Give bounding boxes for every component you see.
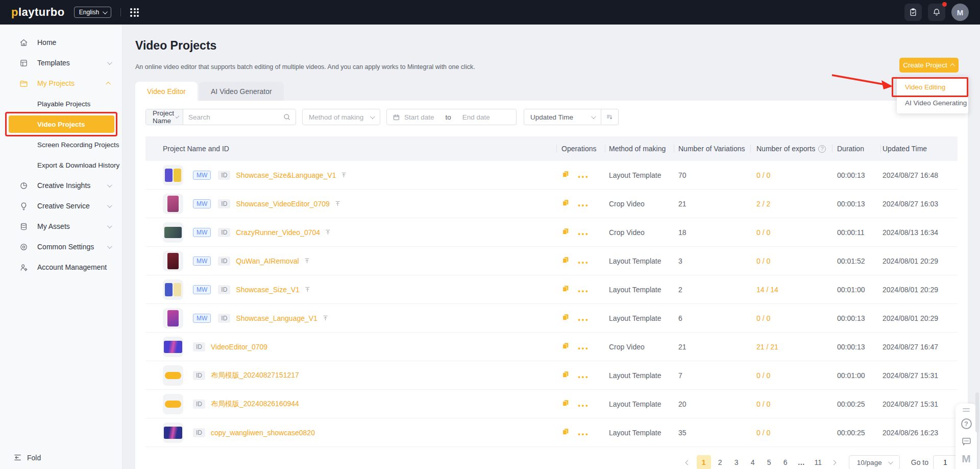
notifications-button[interactable] <box>928 4 945 21</box>
exports-cell[interactable]: 0 / 0 <box>750 400 832 408</box>
sidebar-item-creative-service[interactable]: Creative Service <box>0 196 122 216</box>
project-name-link[interactable]: VideoEditor_0709 <box>211 343 267 351</box>
drag-handle-icon[interactable] <box>963 408 970 412</box>
sidebar-fold-toggle[interactable]: Fold <box>13 453 41 462</box>
copy-icon[interactable] <box>561 285 570 293</box>
copy-icon[interactable] <box>561 313 570 321</box>
upload-to-bar-icon[interactable] <box>304 286 311 293</box>
exports-cell[interactable]: 0 / 0 <box>750 371 832 380</box>
more-actions-icon[interactable]: ●●● <box>578 374 589 380</box>
upload-to-bar-icon[interactable] <box>334 200 341 207</box>
project-name-link[interactable]: 布局模版_20240826160944 <box>211 400 299 409</box>
copy-icon[interactable] <box>561 256 570 264</box>
project-name-link[interactable]: CrazyRunner_Video_0704 <box>236 228 320 237</box>
sidebar-item-playable-projects[interactable]: Playable Projects <box>0 100 122 108</box>
upload-to-bar-icon[interactable] <box>304 257 310 264</box>
method-of-making-select[interactable]: Method of making <box>302 109 380 125</box>
mintegral-button[interactable]: M <box>962 453 971 464</box>
page-number[interactable]: 6 <box>778 455 793 469</box>
page-number[interactable]: 11 <box>811 455 825 469</box>
project-name-link[interactable]: Showcase_Language_V1 <box>236 314 317 322</box>
more-actions-icon[interactable]: ●●● <box>578 403 589 408</box>
language-selector[interactable]: English <box>74 7 111 18</box>
column-project-name: Project Name and ID <box>145 136 556 161</box>
exports-cell[interactable]: 0 / 0 <box>750 171 832 179</box>
menu-item-ai-video-generating[interactable]: AI Video Generating <box>897 95 968 111</box>
exports-cell[interactable]: 21 / 21 <box>750 343 832 351</box>
project-name-link[interactable]: Showcase_Size&Language_V1 <box>236 171 336 179</box>
more-actions-icon[interactable]: ●●● <box>578 289 589 294</box>
sidebar-item-screen-recording-projects[interactable]: Screen Recording Projects <box>0 141 122 149</box>
project-name-link[interactable]: Showcase_VideoEditor_0709 <box>236 200 329 208</box>
playturbo-logo[interactable]: playturbo <box>11 6 65 19</box>
scrollbar-thumb[interactable] <box>975 392 979 432</box>
copy-icon[interactable] <box>561 227 570 236</box>
variations-cell: 21 <box>674 200 750 208</box>
page-number[interactable]: 1 <box>697 455 711 469</box>
date-range-picker[interactable]: Start date to End date <box>386 109 517 125</box>
project-name-link[interactable]: copy_wangliwen_showcase0820 <box>211 429 315 437</box>
search-icon[interactable] <box>283 113 291 121</box>
more-actions-icon[interactable]: ●●● <box>578 174 589 179</box>
exports-cell[interactable]: 0 / 0 <box>750 429 832 437</box>
create-project-button[interactable]: Create Project <box>899 58 959 73</box>
exports-cell[interactable]: 0 / 0 <box>750 314 832 322</box>
tab-ai-video-generator[interactable]: AI Video Generator <box>199 82 284 101</box>
copy-icon[interactable] <box>561 370 570 379</box>
floating-tools-panel: ? M <box>955 404 977 469</box>
exports-cell[interactable]: 2 / 2 <box>750 200 832 208</box>
prev-page-button[interactable] <box>681 455 695 469</box>
page-number[interactable]: 4 <box>746 455 760 469</box>
sidebar-item-export-download-history[interactable]: Export & Download History <box>0 161 122 169</box>
sidebar-item-my-projects[interactable]: My Projects <box>0 73 122 93</box>
page-size-select[interactable]: 10/page <box>849 455 900 469</box>
more-actions-icon[interactable]: ●●● <box>578 260 589 265</box>
next-page-button[interactable] <box>827 455 841 469</box>
page-number[interactable]: 5 <box>762 455 776 469</box>
sidebar-item-home[interactable]: Home <box>0 32 122 53</box>
exports-cell[interactable]: 0 / 0 <box>750 257 832 265</box>
tasks-button[interactable] <box>904 4 922 21</box>
copy-icon[interactable] <box>561 199 570 207</box>
menu-item-video-editing[interactable]: Video Editing <box>897 79 968 95</box>
page-ellipsis[interactable]: … <box>795 455 809 469</box>
upload-to-bar-icon[interactable] <box>322 315 329 321</box>
page-number[interactable]: 2 <box>713 455 727 469</box>
copy-icon[interactable] <box>561 428 570 436</box>
sort-order-button[interactable] <box>601 109 619 125</box>
more-actions-icon[interactable]: ●●● <box>578 203 589 208</box>
sidebar-item-account-management[interactable]: Account Management <box>0 257 122 277</box>
exports-cell[interactable]: 14 / 14 <box>750 286 832 294</box>
sidebar-item-video-projects-active[interactable]: Video Projects <box>9 115 114 133</box>
copy-icon[interactable] <box>561 399 570 407</box>
sidebar-item-creative-insights[interactable]: Creative Insights <box>0 175 122 196</box>
more-actions-icon[interactable]: ●●● <box>578 432 589 437</box>
search-field-select[interactable]: Project Name <box>146 109 183 125</box>
sidebar-item-templates[interactable]: Templates <box>0 53 122 73</box>
feedback-chat-icon[interactable] <box>961 436 972 447</box>
info-icon[interactable]: ? <box>818 145 826 153</box>
sidebar-item-my-assets[interactable]: My Assets <box>0 216 122 237</box>
more-actions-icon[interactable]: ●●● <box>578 317 589 322</box>
copy-icon[interactable] <box>561 342 570 350</box>
project-name-link[interactable]: QuWan_AIRemoval <box>236 257 299 265</box>
clipboard-check-icon <box>909 8 918 17</box>
help-button[interactable]: ? <box>961 418 972 429</box>
project-name-link[interactable]: Showcase_Size_V1 <box>236 286 300 294</box>
user-avatar[interactable]: M <box>951 4 969 21</box>
tab-video-editor[interactable]: Video Editor <box>135 82 198 101</box>
id-badge: ID <box>218 228 230 237</box>
sort-field-select[interactable]: Updated Time <box>524 109 601 125</box>
upload-to-bar-icon[interactable] <box>340 172 347 178</box>
goto-page-input[interactable] <box>933 455 958 469</box>
more-actions-icon[interactable]: ●●● <box>578 231 589 237</box>
more-actions-icon[interactable]: ●●● <box>578 346 589 351</box>
exports-cell[interactable]: 0 / 0 <box>750 228 832 237</box>
copy-icon[interactable] <box>561 170 570 178</box>
project-name-link[interactable]: 布局模版_20240827151217 <box>211 371 299 380</box>
search-input[interactable] <box>188 113 279 121</box>
upload-to-bar-icon[interactable] <box>325 229 331 236</box>
page-number[interactable]: 3 <box>729 455 744 469</box>
apps-grid-icon[interactable] <box>130 8 139 17</box>
sidebar-item-common-settings[interactable]: Common Settings <box>0 237 122 257</box>
